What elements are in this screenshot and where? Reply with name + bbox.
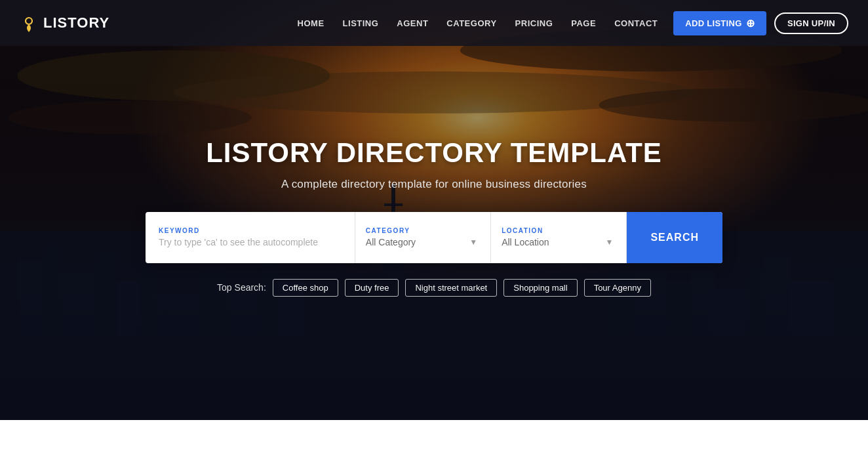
location-label: LOCATION <box>502 227 616 234</box>
tag-duty-free[interactable]: Duty free <box>345 279 399 297</box>
brand-name: LISTORY <box>43 14 109 32</box>
nav-listing[interactable]: LISTING <box>343 18 379 28</box>
category-field: CATEGORY All Category ▼ <box>355 212 491 263</box>
search-bar: KEYWORD CATEGORY All Category ▼ LOCATION… <box>146 212 722 263</box>
nav-links: HOME LISTING AGENT CATEGORY PRICING PAGE… <box>298 18 658 28</box>
top-search-label: Top Search: <box>217 282 266 293</box>
location-field: LOCATION All Location ▼ <box>491 212 627 263</box>
search-button[interactable]: SEARCH <box>627 212 722 263</box>
tag-shopping-mall[interactable]: Shopping mall <box>503 279 577 297</box>
location-select[interactable]: All Location <box>502 237 616 247</box>
top-search-bar: Top Search: Coffee shop Duty free Night … <box>217 279 651 297</box>
keyword-input[interactable] <box>159 237 342 247</box>
keyword-field: KEYWORD <box>146 212 355 263</box>
tag-coffee-shop[interactable]: Coffee shop <box>273 279 338 297</box>
tag-night-market[interactable]: Night street market <box>405 279 497 297</box>
svg-point-0 <box>26 18 32 24</box>
add-listing-label: ADD LISTING <box>685 18 741 28</box>
nav-agent[interactable]: AGENT <box>397 18 428 28</box>
hero-section: LISTORY DIRECTORY TEMPLATE A complete di… <box>0 0 868 420</box>
nav-contact[interactable]: CONTACT <box>614 18 658 28</box>
logo-icon <box>20 14 38 32</box>
hero-title: LISTORY DIRECTORY TEMPLATE <box>206 137 662 169</box>
hero-subtitle: A complete directory template for online… <box>281 178 587 191</box>
nav-pricing[interactable]: PRICING <box>515 18 553 28</box>
keyword-label: KEYWORD <box>159 227 342 234</box>
category-select[interactable]: All Category <box>366 237 480 247</box>
nav-home[interactable]: HOME <box>298 18 325 28</box>
nav-page[interactable]: PAGE <box>571 18 596 28</box>
tag-tour-agency[interactable]: Tour Agenny <box>584 279 651 297</box>
nav-category[interactable]: CATEGORY <box>446 18 496 28</box>
plus-icon: ⊕ <box>746 17 755 30</box>
navbar: LISTORY HOME LISTING AGENT CATEGORY PRIC… <box>0 0 868 46</box>
footer-strip <box>0 420 868 464</box>
signup-button[interactable]: SIGN UP/IN <box>774 12 848 34</box>
add-listing-button[interactable]: ADD LISTING ⊕ <box>673 11 766 35</box>
category-label: CATEGORY <box>366 227 480 234</box>
logo[interactable]: LISTORY <box>20 14 109 32</box>
hero-content: LISTORY DIRECTORY TEMPLATE A complete di… <box>0 124 868 297</box>
